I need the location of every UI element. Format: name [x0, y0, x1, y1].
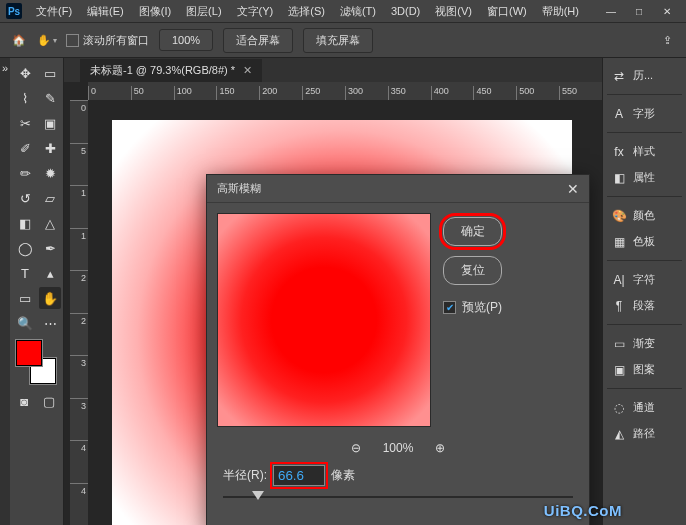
menu-view[interactable]: 视图(V): [428, 1, 479, 22]
maximize-button[interactable]: □: [626, 3, 652, 19]
dialog-close-icon[interactable]: ✕: [567, 181, 579, 197]
shape-tool[interactable]: ▭: [14, 287, 36, 309]
blur-tool[interactable]: △: [39, 212, 61, 234]
panel-character[interactable]: A|字符: [607, 268, 682, 291]
screen-mode-icon[interactable]: ▢: [39, 390, 60, 412]
watermark: UiBQ.CoM: [544, 502, 622, 519]
preview-zoom-value: 100%: [383, 441, 414, 455]
left-tab-strip[interactable]: »: [0, 58, 10, 525]
radius-label: 半径(R):: [223, 467, 267, 484]
panel-channels[interactable]: ◌通道: [607, 396, 682, 419]
menu-select[interactable]: 选择(S): [281, 1, 332, 22]
menu-3d[interactable]: 3D(D): [384, 2, 427, 20]
menu-layer[interactable]: 图层(L): [179, 1, 228, 22]
document-tab-title: 未标题-1 @ 79.3%(RGB/8#) *: [90, 63, 235, 78]
filter-preview[interactable]: [217, 213, 431, 427]
path-select-tool[interactable]: ▴: [39, 262, 61, 284]
panel-dock: ⇄历... A字形 fx样式 ◧属性 🎨颜色 ▦色板 A|字符 ¶段落 ▭渐变 …: [602, 58, 686, 525]
ok-button[interactable]: 确定: [443, 217, 502, 246]
crop-tool[interactable]: ✂: [14, 112, 36, 134]
home-icon[interactable]: 🏠: [10, 31, 28, 49]
minimize-button[interactable]: —: [598, 3, 624, 19]
gradient-tool[interactable]: ◧: [14, 212, 36, 234]
marquee-tool[interactable]: ▭: [39, 62, 61, 84]
glyphs-icon: A: [611, 107, 627, 121]
radius-unit: 像素: [331, 467, 355, 484]
toolbox: ✥ ▭ ⌇ ✎ ✂ ▣ ✐ ✚ ✏ ✹ ↺ ▱ ◧ △ ◯ ✒ T ▴ ▭ ✋ …: [10, 58, 64, 525]
ruler-horizontal[interactable]: 050100150200250300350400450500550: [88, 82, 602, 100]
menu-edit[interactable]: 编辑(E): [80, 1, 131, 22]
scroll-all-label: 滚动所有窗口: [83, 33, 149, 48]
panel-paths[interactable]: ◭路径: [607, 422, 682, 445]
panel-patterns[interactable]: ▣图案: [607, 358, 682, 381]
zoom-in-icon[interactable]: ⊕: [435, 441, 445, 455]
brush-tool[interactable]: ✏: [14, 162, 36, 184]
frame-tool[interactable]: ▣: [39, 112, 61, 134]
panel-properties[interactable]: ◧属性: [607, 166, 682, 189]
lasso-tool[interactable]: ⌇: [14, 87, 36, 109]
reset-button[interactable]: 复位: [443, 256, 502, 285]
hand-tool[interactable]: ✋: [39, 287, 61, 309]
panel-glyphs[interactable]: A字形: [607, 102, 682, 125]
zoom-tool[interactable]: 🔍: [14, 312, 36, 334]
history-icon: ⇄: [611, 69, 627, 83]
paths-icon: ◭: [611, 427, 627, 441]
paragraph-icon: ¶: [611, 299, 627, 313]
share-icon[interactable]: ⇪: [658, 31, 676, 49]
character-icon: A|: [611, 273, 627, 287]
hand-tool-indicator-icon[interactable]: ✋▾: [38, 31, 56, 49]
stamp-tool[interactable]: ✹: [39, 162, 61, 184]
pen-tool[interactable]: ✒: [39, 237, 61, 259]
fill-screen-button[interactable]: 填充屏幕: [303, 28, 373, 53]
healing-tool[interactable]: ✚: [39, 137, 61, 159]
patterns-icon: ▣: [611, 363, 627, 377]
zoom-field[interactable]: 100%: [159, 29, 213, 51]
radius-slider[interactable]: [223, 490, 573, 504]
properties-icon: ◧: [611, 171, 627, 185]
swatches-icon: ▦: [611, 235, 627, 249]
channels-icon: ◌: [611, 401, 627, 415]
preview-checkbox[interactable]: ✔: [443, 301, 456, 314]
color-icon: 🎨: [611, 209, 627, 223]
panel-gradients[interactable]: ▭渐变: [607, 332, 682, 355]
scroll-all-checkbox[interactable]: [66, 34, 79, 47]
menu-window[interactable]: 窗口(W): [480, 1, 534, 22]
app-logo: Ps: [6, 3, 22, 19]
foreground-color-swatch[interactable]: [16, 340, 42, 366]
quick-select-tool[interactable]: ✎: [39, 87, 61, 109]
menubar: Ps 文件(F) 编辑(E) 图像(I) 图层(L) 文字(Y) 选择(S) 滤…: [0, 0, 686, 22]
panel-history[interactable]: ⇄历...: [607, 64, 682, 87]
panel-swatches[interactable]: ▦色板: [607, 230, 682, 253]
panel-paragraph[interactable]: ¶段落: [607, 294, 682, 317]
eyedropper-tool[interactable]: ✐: [14, 137, 36, 159]
menu-filter[interactable]: 滤镜(T): [333, 1, 383, 22]
color-swatches[interactable]: [14, 340, 58, 384]
move-tool[interactable]: ✥: [14, 62, 36, 84]
document-area: 未标题-1 @ 79.3%(RGB/8#) * ✕ 05010015020025…: [64, 58, 602, 525]
slider-thumb-icon[interactable]: [252, 491, 264, 500]
zoom-out-icon[interactable]: ⊖: [351, 441, 361, 455]
menu-file[interactable]: 文件(F): [29, 1, 79, 22]
history-brush-tool[interactable]: ↺: [14, 187, 36, 209]
gaussian-blur-dialog: 高斯模糊 ✕ 确定 复位 ✔ 预览(P) ⊖ 100% ⊕: [206, 174, 590, 525]
eraser-tool[interactable]: ▱: [39, 187, 61, 209]
gradients-icon: ▭: [611, 337, 627, 351]
document-tab[interactable]: 未标题-1 @ 79.3%(RGB/8#) * ✕: [80, 59, 262, 82]
radius-input[interactable]: [273, 465, 325, 486]
close-tab-icon[interactable]: ✕: [243, 64, 252, 77]
dodge-tool[interactable]: ◯: [14, 237, 36, 259]
menu-help[interactable]: 帮助(H): [535, 1, 586, 22]
quick-mask-icon[interactable]: ◙: [14, 390, 35, 412]
menu-image[interactable]: 图像(I): [132, 1, 178, 22]
close-button[interactable]: ✕: [654, 3, 680, 19]
ruler-vertical[interactable]: 0511223344: [70, 100, 88, 525]
edit-toolbar[interactable]: ⋯: [39, 312, 61, 334]
panel-styles[interactable]: fx样式: [607, 140, 682, 163]
options-bar: 🏠 ✋▾ 滚动所有窗口 100% 适合屏幕 填充屏幕 ⇪: [0, 22, 686, 58]
menu-type[interactable]: 文字(Y): [230, 1, 281, 22]
preview-checkbox-label: 预览(P): [462, 299, 502, 316]
fit-screen-button[interactable]: 适合屏幕: [223, 28, 293, 53]
styles-icon: fx: [611, 145, 627, 159]
type-tool[interactable]: T: [14, 262, 36, 284]
panel-color[interactable]: 🎨颜色: [607, 204, 682, 227]
